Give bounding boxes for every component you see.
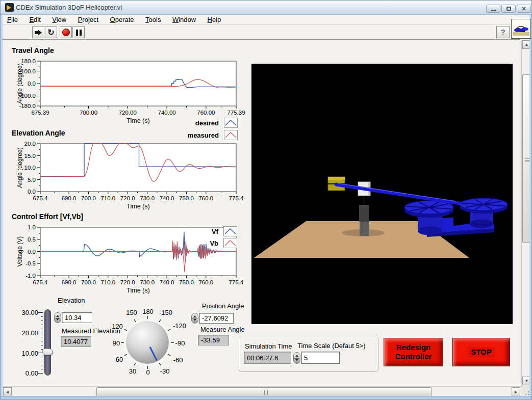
- svg-text:700.00: 700.00: [80, 110, 97, 116]
- position-angle-field[interactable]: -27.6092: [199, 313, 234, 324]
- stop-button-label: STOP: [468, 347, 495, 357]
- scroll-left-button[interactable]: ◄: [3, 387, 12, 396]
- pause-icon: [76, 30, 82, 36]
- legend-measured-chip: [224, 130, 238, 140]
- legend-desired-chip: [224, 118, 238, 128]
- svg-text:675.4: 675.4: [33, 279, 48, 285]
- menu-view[interactable]: View: [47, 15, 71, 23]
- svg-text:740.0: 740.0: [160, 195, 174, 201]
- scroll-right-icon: ►: [514, 390, 518, 394]
- legend-vb-label: Vb: [210, 239, 218, 247]
- context-help-button[interactable]: ?: [496, 26, 510, 38]
- svg-text:Time (s): Time (s): [126, 287, 149, 294]
- minimize-icon: [491, 10, 496, 11]
- elevation-spinner[interactable]: [54, 312, 61, 323]
- knob-scale-label: 120: [112, 323, 123, 330]
- svg-text:Voltage (V): Voltage (V): [16, 236, 23, 266]
- svg-text:0.0: 0.0: [28, 189, 36, 195]
- svg-text:730.0: 730.0: [140, 279, 155, 285]
- knob-scale-label: 180: [142, 308, 154, 315]
- svg-text:1.0: 1.0: [28, 224, 36, 230]
- menu-tools[interactable]: Tools: [141, 15, 165, 23]
- stop-button[interactable]: STOP: [452, 338, 510, 366]
- svg-text:10.0: 10.0: [24, 165, 36, 171]
- svg-text:700.0: 700.0: [81, 279, 96, 285]
- time-scale-field[interactable]: 5: [301, 352, 340, 364]
- thumb-grip: [264, 390, 268, 395]
- simulation-time-indicator: 00:06:27.6: [244, 352, 291, 364]
- legend-vb-chip: [223, 238, 237, 248]
- menu-window[interactable]: Window: [168, 15, 200, 23]
- svg-text:Time (s): Time (s): [126, 117, 149, 124]
- position-angle-label: Position Angle: [202, 302, 244, 310]
- run-continuous-button[interactable]: ↻: [45, 26, 57, 38]
- minimize-button[interactable]: [486, 5, 500, 13]
- knob-ball[interactable]: [126, 321, 169, 364]
- svg-text:740.00: 740.00: [158, 110, 176, 116]
- knob-scale-label: 60: [116, 356, 123, 363]
- knob-scale-label: 90: [113, 339, 120, 347]
- svg-text:0.5: 0.5: [28, 236, 36, 243]
- pause-button[interactable]: [72, 26, 85, 38]
- svg-text:15.0: 15.0: [24, 153, 36, 159]
- elevation-angle-title: Elevation Angle: [12, 129, 65, 137]
- svg-text:760.0: 760.0: [198, 279, 213, 285]
- position-knob[interactable]: [114, 306, 182, 378]
- knob-scale-label: -150: [159, 309, 172, 316]
- redesign-controller-label: Redesign Controller: [388, 342, 439, 362]
- svg-text:720.0: 720.0: [120, 279, 135, 285]
- maximize-icon: [506, 7, 511, 11]
- svg-text:710.0: 710.0: [100, 279, 115, 285]
- maximize-button[interactable]: [501, 5, 516, 13]
- svg-text:720.0: 720.0: [120, 195, 135, 201]
- legend-measured-label: measured: [188, 131, 219, 139]
- svg-text:0.0: 0.0: [28, 249, 36, 255]
- svg-text:775.39: 775.39: [227, 110, 245, 116]
- scroll-right-button[interactable]: ►: [512, 387, 520, 396]
- time-scale-spinner[interactable]: [293, 352, 300, 364]
- time-scale-label: Time Scale (Defaut 5>): [297, 342, 366, 350]
- elevation-value-field[interactable]: 10.34: [62, 312, 92, 323]
- run-button[interactable]: [32, 26, 44, 38]
- scroll-up-icon: ▲: [525, 42, 529, 47]
- position-angle-spinner[interactable]: [191, 313, 198, 324]
- menu-edit[interactable]: Edit: [24, 15, 45, 23]
- elevation-slider-track[interactable]: [44, 309, 51, 376]
- simulation-time-label: Simulation Time: [245, 342, 292, 350]
- svg-text:720.00: 720.00: [119, 110, 137, 116]
- legend-vf[interactable]: Vf: [205, 226, 237, 236]
- abort-button[interactable]: [60, 26, 72, 38]
- menu-help[interactable]: Help: [203, 15, 226, 23]
- svg-text:-1.0: -1.0: [26, 273, 36, 279]
- horizontal-scrollbar[interactable]: ◄ ►: [3, 386, 521, 397]
- redesign-controller-button[interactable]: Redesign Controller: [384, 338, 443, 366]
- vi-icon-pane[interactable]: [511, 19, 531, 39]
- run-continuous-icon: ↻: [47, 29, 54, 37]
- elevation-slider-thumb[interactable]: [42, 349, 53, 355]
- close-button[interactable]: ✕: [517, 5, 531, 13]
- svg-text:Angle (degree): Angle (degree): [16, 147, 23, 188]
- svg-text:690.0: 690.0: [62, 195, 77, 201]
- legend-measured[interactable]: measured: [174, 130, 238, 140]
- menu-operate[interactable]: Operate: [106, 15, 139, 23]
- legend-vb[interactable]: Vb: [205, 238, 237, 248]
- scroll-left-icon: ◄: [6, 390, 10, 394]
- legend-vf-label: Vf: [212, 228, 218, 235]
- slider-major-tick: [38, 312, 43, 313]
- horizontal-scrollbar-thumb[interactable]: [96, 387, 432, 396]
- menu-file[interactable]: File: [3, 15, 22, 23]
- svg-text:20.0: 20.0: [24, 141, 36, 147]
- menu-project[interactable]: Project: [73, 15, 103, 23]
- legend-desired[interactable]: desired: [174, 118, 238, 128]
- svg-text:750.0: 750.0: [179, 195, 194, 201]
- knob-scale-label: -120: [173, 322, 186, 330]
- svg-text:5.0: 5.0: [28, 177, 36, 183]
- knob-scale-label: -90: [175, 339, 185, 347]
- svg-text:775.4: 775.4: [229, 195, 244, 201]
- thumb-grip: [525, 158, 529, 163]
- elevation-label: Elevation: [58, 297, 85, 304]
- toolbar: ↻: [3, 25, 520, 40]
- title-bar[interactable]: CDEx Simulation 3DoF Helicopter.vi ✕: [1, 1, 532, 15]
- svg-text:180.0: 180.0: [21, 58, 36, 64]
- helicopter-3d-view[interactable]: [251, 64, 513, 324]
